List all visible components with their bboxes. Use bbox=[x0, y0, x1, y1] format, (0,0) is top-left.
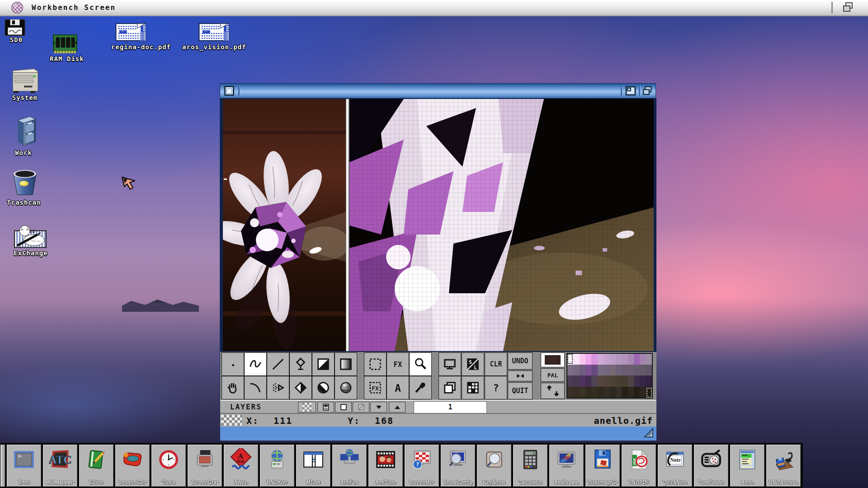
pdf-document-icon[interactable]: PDF bbox=[196, 23, 231, 43]
palette-swatch[interactable] bbox=[567, 375, 573, 386]
dock-item-editor[interactable]: Editor bbox=[79, 444, 114, 487]
eyedropper-tool-icon[interactable] bbox=[409, 376, 432, 399]
kite-shape-tool-icon[interactable] bbox=[289, 352, 312, 376]
dock-item-rnoxfer[interactable]: RNOXfer bbox=[259, 444, 295, 487]
dock-item-screenmo[interactable]: ?ScreenMo* bbox=[404, 444, 439, 487]
palette-swatch[interactable] bbox=[646, 354, 652, 365]
palette-swatch[interactable] bbox=[640, 354, 646, 365]
palette-swatch[interactable] bbox=[640, 365, 646, 375]
pane-divider[interactable] bbox=[346, 99, 349, 351]
layer-number-field[interactable]: 1 bbox=[414, 401, 487, 413]
help-button[interactable]: ? bbox=[485, 376, 507, 399]
freehand-tool-icon[interactable] bbox=[244, 352, 267, 376]
canvas-pane-zoom-view[interactable] bbox=[349, 99, 654, 351]
floppy-disk-icon[interactable] bbox=[5, 19, 25, 38]
palette-swatch[interactable] bbox=[573, 375, 579, 386]
palette-swatch[interactable] bbox=[616, 365, 622, 375]
dock-item-screengra[interactable]: ScreenGra* bbox=[187, 444, 222, 487]
palette-swatch[interactable] bbox=[598, 365, 604, 375]
palette-swatch[interactable] bbox=[591, 375, 597, 386]
color-palette[interactable] bbox=[566, 353, 653, 399]
palette-swatch[interactable] bbox=[628, 375, 634, 386]
pdf-document-icon[interactable]: PDF bbox=[113, 23, 148, 43]
layer-rows-icon[interactable] bbox=[317, 402, 334, 413]
line-tool-icon[interactable] bbox=[267, 352, 289, 376]
fx-region-tool-icon[interactable]: FX bbox=[364, 376, 387, 399]
fx-tool-icon[interactable]: FX bbox=[387, 352, 409, 376]
quit-button[interactable]: QUIT bbox=[508, 382, 533, 399]
file-cabinet-icon[interactable] bbox=[14, 116, 37, 148]
palette-swatch[interactable] bbox=[585, 387, 591, 398]
arrow-down-icon[interactable] bbox=[370, 402, 387, 413]
palette-swatch[interactable] bbox=[628, 387, 634, 398]
checkerboard-icon[interactable] bbox=[298, 402, 316, 413]
canvas-pane-full-view[interactable] bbox=[223, 99, 346, 351]
palette-swatch[interactable] bbox=[622, 375, 627, 386]
white-square-icon[interactable] bbox=[335, 402, 352, 413]
resize-gadget-icon[interactable] bbox=[644, 428, 654, 438]
dock-item-mtool[interactable]: MTool bbox=[296, 444, 331, 487]
palette-swatch[interactable] bbox=[628, 354, 634, 365]
palette-swatch[interactable] bbox=[585, 375, 591, 386]
select-rect-tool-icon[interactable] bbox=[364, 352, 387, 376]
dock-item-anno[interactable]: Anno bbox=[730, 444, 765, 487]
undo-button[interactable]: UNDO bbox=[508, 352, 533, 370]
dock-item-muimappar[interactable]: ATCMUIMappar* bbox=[42, 444, 78, 487]
palette-swatch[interactable] bbox=[634, 387, 640, 398]
palette-swatch[interactable] bbox=[580, 387, 585, 398]
palette-swatch[interactable] bbox=[604, 375, 609, 386]
palette-swatch[interactable] bbox=[640, 387, 646, 398]
dock-item-rnopdf[interactable]: PDFRNOPDF bbox=[621, 444, 656, 487]
clr-button[interactable]: CLR bbox=[485, 352, 507, 376]
screen-format-icon[interactable] bbox=[439, 352, 461, 376]
palette-swatch[interactable] bbox=[585, 365, 591, 375]
dock-item-keyshow[interactable]: KeyShow bbox=[476, 444, 512, 487]
palette-swatch[interactable] bbox=[573, 387, 579, 398]
dock-item-calculator[interactable]: 0Calculator bbox=[513, 444, 548, 487]
palette-swatch[interactable] bbox=[591, 387, 597, 398]
palette-swatch[interactable] bbox=[634, 375, 640, 386]
pal-button[interactable]: PAL bbox=[541, 368, 565, 382]
palette-swatch[interactable] bbox=[604, 387, 609, 398]
dock-handle[interactable] bbox=[0, 444, 5, 487]
dock-item-shell[interactable]: 1>Shell bbox=[6, 444, 42, 487]
save-load-icon[interactable]: SL bbox=[462, 352, 484, 376]
dock-item-tunefinder[interactable]: TuneFinder bbox=[693, 444, 729, 487]
disabled-square-icon[interactable] bbox=[353, 402, 369, 413]
palette-swatch[interactable] bbox=[598, 387, 604, 398]
close-gadget-icon[interactable] bbox=[224, 86, 234, 96]
paint-window-titlebar[interactable] bbox=[220, 84, 656, 99]
sleeping-cat-icon[interactable]: zz bbox=[14, 224, 47, 250]
palette-swatch[interactable] bbox=[622, 365, 627, 375]
palette-swatch[interactable] bbox=[622, 354, 627, 365]
sphere-tool-icon[interactable] bbox=[335, 376, 357, 399]
eraser-tool-icon[interactable] bbox=[289, 376, 312, 399]
palette-swatch[interactable] bbox=[616, 387, 622, 398]
dock-item-diskimageg[interactable]: DiskImageG* bbox=[585, 444, 620, 487]
palette-swatch[interactable] bbox=[598, 354, 604, 365]
hand-pan-tool-icon[interactable] bbox=[222, 376, 244, 399]
palette-swatch[interactable] bbox=[580, 375, 585, 386]
half-circle-tool-icon[interactable] bbox=[312, 376, 335, 399]
ram-chip-icon[interactable] bbox=[52, 32, 78, 56]
palette-swatch[interactable] bbox=[616, 375, 622, 386]
gradient-fill-tool-icon[interactable] bbox=[335, 352, 357, 376]
screen-depth-gadget-icon[interactable] bbox=[842, 2, 855, 14]
palette-swatch[interactable] bbox=[604, 354, 609, 365]
palette-swatch[interactable] bbox=[567, 387, 573, 398]
dock-item-amitube[interactable]: AmiTube bbox=[368, 444, 403, 487]
trash-bucket-icon[interactable] bbox=[12, 168, 38, 198]
airbrush-tool-icon[interactable] bbox=[267, 376, 289, 399]
palette-swatch[interactable] bbox=[573, 354, 579, 365]
palette-swatch[interactable] bbox=[634, 365, 640, 375]
dock-item-amifox[interactable]: AmiFox bbox=[332, 444, 367, 487]
zoom-gadget-icon[interactable] bbox=[625, 86, 636, 96]
palette-swatch[interactable] bbox=[610, 365, 616, 375]
canvas-area[interactable] bbox=[220, 98, 656, 352]
layer-pages-icon[interactable] bbox=[439, 376, 461, 399]
join-triangles-icon[interactable] bbox=[508, 371, 533, 381]
palette-swatch[interactable] bbox=[598, 375, 604, 386]
palette-swatch[interactable] bbox=[616, 354, 622, 365]
dock-item-rnoarchive[interactable]: RNOArchive bbox=[766, 444, 801, 487]
arrow-up-icon[interactable] bbox=[389, 402, 406, 413]
